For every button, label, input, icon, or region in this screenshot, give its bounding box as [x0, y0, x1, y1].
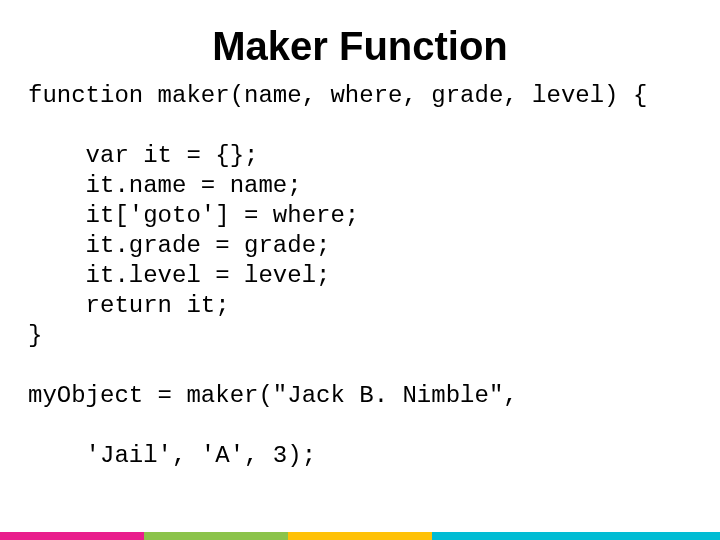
slide: Maker Function function maker(name, wher…: [0, 0, 720, 540]
footer-segment-pink: [0, 532, 144, 540]
footer-bar: [0, 532, 720, 540]
footer-segment-yellow: [288, 532, 432, 540]
code-block: function maker(name, where, grade, level…: [0, 81, 720, 471]
footer-segment-cyan: [432, 532, 720, 540]
footer-segment-green: [144, 532, 288, 540]
slide-title: Maker Function: [0, 0, 720, 81]
